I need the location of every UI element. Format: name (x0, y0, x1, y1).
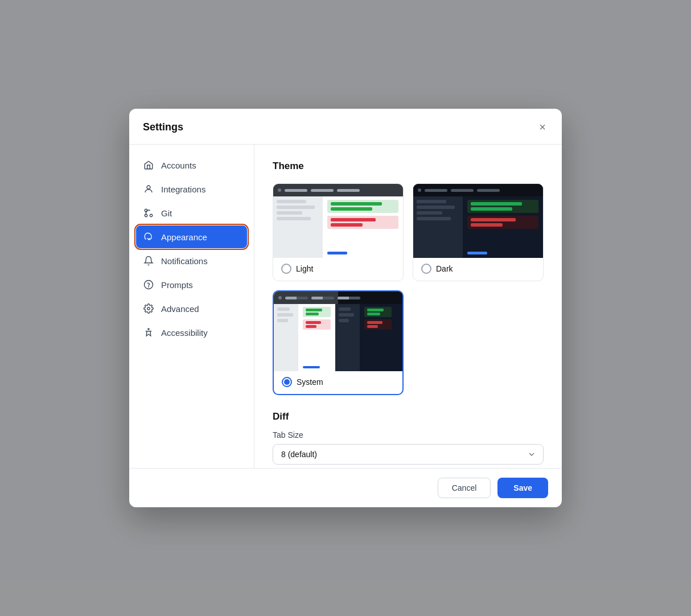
accessibility-icon (143, 327, 154, 338)
content-area: Theme (254, 145, 562, 468)
system-theme-label: System (297, 377, 323, 387)
close-button[interactable]: × (537, 119, 548, 135)
sidebar-item-accessibility[interactable]: Accessibility (136, 321, 247, 344)
help-icon (143, 279, 154, 290)
git-icon (143, 207, 154, 219)
sidebar-item-git-label: Git (161, 208, 172, 218)
cancel-button[interactable]: Cancel (438, 478, 491, 498)
system-theme-radio[interactable] (282, 377, 292, 387)
person-icon (143, 183, 154, 195)
settings-modal: Settings × Accounts (129, 109, 562, 507)
sidebar-item-notifications-label: Notifications (161, 256, 208, 266)
sidebar-item-appearance-label: Appearance (161, 232, 207, 242)
svg-point-5 (149, 286, 149, 287)
theme-section-title: Theme (273, 161, 544, 172)
theme-card-system[interactable]: System (273, 290, 404, 395)
diff-section-title: Diff (273, 411, 544, 422)
modal-title: Settings (143, 121, 183, 133)
diff-section: Diff Tab Size 2 4 8 (default) 16 (273, 411, 544, 465)
sidebar-item-integrations-label: Integrations (161, 184, 205, 194)
theme-card-dark[interactable]: Dark (413, 183, 544, 281)
sidebar: Accounts Integrations (129, 145, 254, 468)
sidebar-item-accounts-label: Accounts (161, 161, 196, 170)
modal-body: Accounts Integrations (129, 145, 562, 468)
sidebar-item-advanced[interactable]: Advanced (136, 297, 247, 320)
svg-point-3 (145, 214, 147, 217)
sidebar-item-appearance[interactable]: Appearance (136, 225, 247, 248)
sidebar-item-prompts[interactable]: Prompts (136, 273, 247, 296)
sidebar-item-accessibility-label: Accessibility (161, 328, 208, 338)
home-icon (143, 159, 154, 171)
bell-icon (143, 255, 154, 266)
light-theme-radio[interactable] (281, 264, 291, 274)
svg-point-4 (145, 281, 153, 289)
sidebar-item-accounts[interactable]: Accounts (136, 154, 247, 176)
theme-preview-light (273, 184, 403, 258)
svg-point-0 (147, 186, 150, 189)
sidebar-item-notifications[interactable]: Notifications (136, 249, 247, 272)
dark-theme-label: Dark (436, 264, 453, 273)
modal-header: Settings × (129, 109, 562, 145)
theme-preview-system (274, 291, 402, 371)
dark-theme-radio[interactable] (421, 264, 431, 274)
sidebar-item-integrations[interactable]: Integrations (136, 178, 247, 200)
modal-footer: Cancel Save (129, 468, 562, 507)
sidebar-item-advanced-label: Advanced (161, 304, 199, 314)
theme-section: Theme (273, 161, 544, 395)
save-button[interactable]: Save (497, 478, 548, 498)
brush-icon (143, 231, 154, 243)
sidebar-item-git[interactable]: Git (136, 202, 247, 224)
theme-preview-dark (413, 184, 543, 258)
svg-point-1 (150, 214, 153, 217)
svg-point-7 (148, 328, 149, 330)
modal-overlay: Settings × Accounts (0, 0, 691, 616)
light-theme-label: Light (296, 264, 313, 273)
tab-size-label: Tab Size (273, 430, 544, 440)
svg-point-6 (147, 307, 150, 310)
sidebar-item-prompts-label: Prompts (161, 280, 193, 290)
theme-card-light[interactable]: Light (273, 183, 404, 281)
theme-grid: Light (273, 183, 544, 395)
gear-icon (143, 303, 154, 314)
tab-size-select[interactable]: 2 4 8 (default) 16 (273, 444, 544, 465)
